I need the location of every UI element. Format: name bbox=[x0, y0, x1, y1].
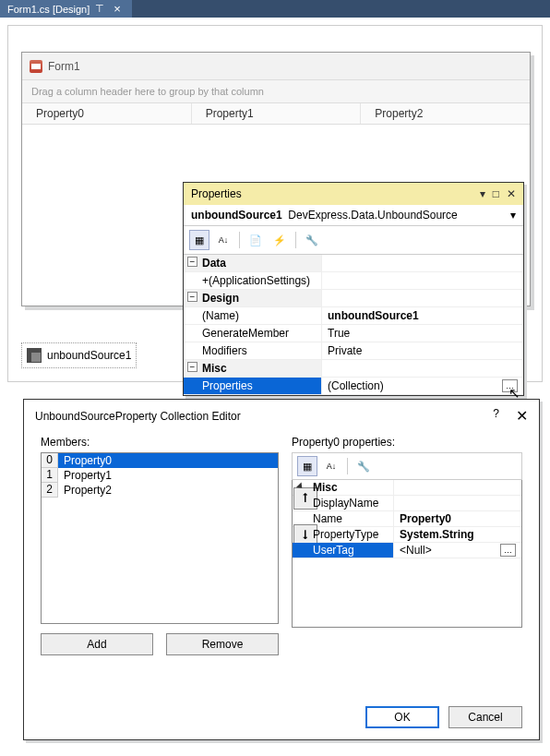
cancel-button[interactable]: Cancel bbox=[448, 706, 522, 728]
property-row[interactable]: (Name)unboundSource1 bbox=[184, 307, 523, 325]
property-category[interactable]: −Design bbox=[184, 290, 322, 306]
property-category[interactable]: −Misc bbox=[184, 360, 322, 377]
events-icon[interactable]: ⚡ bbox=[269, 230, 290, 250]
members-label: Members: bbox=[41, 436, 279, 449]
property-row[interactable]: DisplayName bbox=[293, 496, 521, 511]
properties-object[interactable]: unboundSource1 DevExpress.Data.UnboundSo… bbox=[191, 209, 458, 222]
grid-column-header[interactable]: Property0 bbox=[22, 103, 192, 124]
categorized-icon[interactable]: ▦ bbox=[297, 456, 317, 476]
property-category[interactable]: −Data bbox=[184, 255, 322, 271]
properties-panel: Properties ▾ □ ✕ unboundSource1 DevExpre… bbox=[183, 182, 524, 396]
close-icon[interactable]: × bbox=[110, 3, 125, 15]
property-row[interactable]: +(ApplicationSettings) bbox=[184, 272, 523, 290]
member-item[interactable]: 2Property2 bbox=[42, 483, 278, 498]
alphabetical-icon[interactable]: A↓ bbox=[321, 456, 341, 476]
close-icon[interactable]: ✕ bbox=[507, 187, 516, 200]
property-category[interactable]: Misc bbox=[293, 480, 394, 495]
property-row[interactable]: UserTag<Null>… bbox=[293, 543, 521, 558]
component-tray-item[interactable]: unboundSource1 bbox=[21, 342, 137, 368]
ok-button[interactable]: OK bbox=[365, 706, 439, 728]
right-label: Property0 properties: bbox=[292, 436, 522, 449]
property-row[interactable]: ModifiersPrivate bbox=[184, 342, 523, 360]
document-tab[interactable]: Form1.cs [Design] ⊤ × bbox=[0, 0, 132, 18]
component-icon bbox=[27, 348, 42, 363]
properties-title: Properties bbox=[191, 187, 242, 200]
remove-button[interactable]: Remove bbox=[166, 633, 279, 655]
property-row[interactable]: PropertyTypeSystem.String bbox=[293, 527, 521, 543]
members-list[interactable]: 0Property01Property12Property2 bbox=[41, 452, 279, 624]
grid-column-header[interactable]: Property2 bbox=[361, 103, 530, 124]
alphabetical-icon[interactable]: A↓ bbox=[213, 230, 233, 250]
member-item[interactable]: 1Property1 bbox=[42, 468, 278, 483]
component-name: unboundSource1 bbox=[47, 349, 131, 362]
property-pages-icon[interactable]: 🔧 bbox=[353, 456, 374, 476]
close-icon[interactable]: ✕ bbox=[516, 407, 528, 425]
property-pages-icon[interactable]: 🔧 bbox=[302, 230, 322, 250]
form-title: Form1 bbox=[48, 60, 80, 73]
dropdown-icon[interactable]: ▾ bbox=[510, 209, 516, 222]
pin-icon[interactable]: ⊤ bbox=[95, 5, 104, 14]
ellipsis-button[interactable]: … bbox=[500, 544, 516, 557]
property-row[interactable]: GenerateMemberTrue bbox=[184, 325, 523, 342]
dropdown-icon[interactable]: ▾ bbox=[480, 187, 485, 200]
grid-column-header[interactable]: Property1 bbox=[192, 103, 362, 124]
member-item[interactable]: 0Property0 bbox=[42, 453, 278, 468]
add-button[interactable]: Add bbox=[41, 633, 153, 655]
property-row[interactable]: Properties(Collection)… bbox=[184, 378, 523, 395]
categorized-icon[interactable]: ▦ bbox=[189, 230, 209, 250]
tab-label: Form1.cs [Design] bbox=[7, 4, 90, 15]
help-icon[interactable]: ? bbox=[493, 407, 499, 425]
form-icon bbox=[30, 60, 42, 73]
grid-group-hint[interactable]: Drag a column header here to group by th… bbox=[22, 80, 530, 103]
properties-icon[interactable]: 📄 bbox=[245, 230, 266, 250]
dialog-title: UnboundSourceProperty Collection Editor bbox=[35, 410, 241, 423]
property-row[interactable]: NameProperty0 bbox=[293, 511, 521, 527]
ellipsis-button[interactable]: … bbox=[502, 379, 518, 392]
collection-editor-dialog: UnboundSourceProperty Collection Editor … bbox=[23, 399, 540, 740]
maximize-icon[interactable]: □ bbox=[493, 187, 499, 200]
